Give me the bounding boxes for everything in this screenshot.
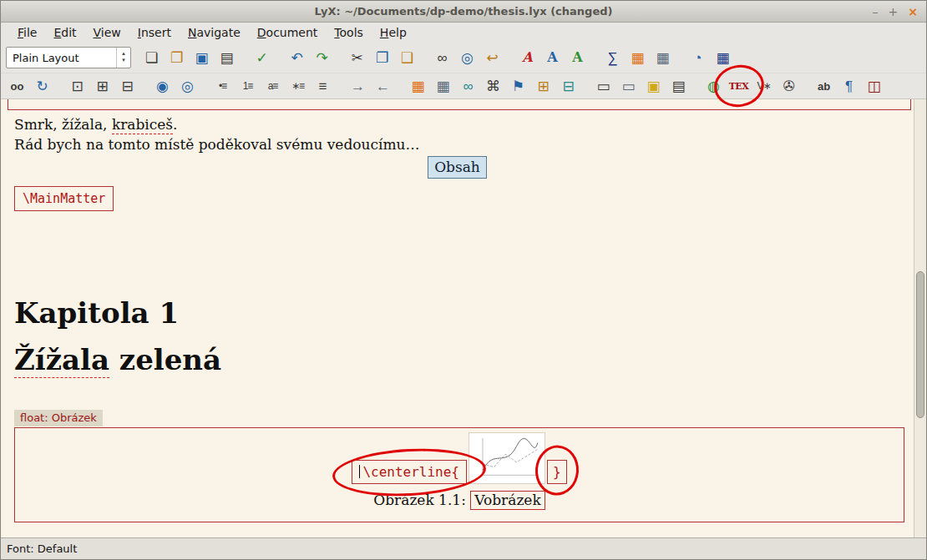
ert-inset-mainmatter[interactable]: \MainMatter xyxy=(14,186,114,211)
menu-help[interactable]: Help xyxy=(372,24,415,41)
close-button[interactable]: × xyxy=(908,6,918,18)
toc-inset-button[interactable]: Obsah xyxy=(428,156,487,179)
find-replace-button[interactable]: ∞ xyxy=(431,47,453,68)
spinner-down-icon[interactable]: ▾ xyxy=(122,58,125,64)
insert-tex-button[interactable]: TEX xyxy=(727,75,750,97)
spellcheck-icon: ✓ xyxy=(256,51,267,65)
update-pdf-button[interactable]: ⊞ xyxy=(91,75,114,97)
vertical-scrollbar[interactable] xyxy=(914,99,926,537)
ert-inset-centerline[interactable]: \centerline{ xyxy=(352,460,467,484)
math-mode-button[interactable]: ∑ xyxy=(601,47,624,68)
ert-text: } xyxy=(553,464,561,480)
document-area[interactable]: Smrk, žížala, krabiceš. Rád bych na tomt… xyxy=(1,99,926,537)
save-button[interactable]: ▣ xyxy=(190,47,213,68)
view-source-button[interactable]: ◉ xyxy=(151,75,174,97)
menu-document[interactable]: Document xyxy=(249,24,327,41)
list-button[interactable]: a≡ xyxy=(261,75,284,97)
minimize-button[interactable]: – xyxy=(873,6,879,18)
toolbar-separator xyxy=(803,78,810,93)
chapter-heading-title[interactable]: Žížala zelená xyxy=(14,343,914,376)
open-document-button[interactable]: ❐ xyxy=(165,47,188,68)
figure-row: \centerline{ } xyxy=(15,432,904,484)
chapter-heading-number[interactable]: Kapitola 1 xyxy=(14,296,914,330)
open-all-insets-button[interactable]: oo xyxy=(6,75,28,97)
figure-thumbnail[interactable] xyxy=(469,432,545,484)
insert-minipage-button[interactable]: ▭ xyxy=(617,75,640,97)
book-button[interactable]: ◫ xyxy=(863,75,885,97)
compass-button[interactable]: ◔ xyxy=(686,47,709,68)
copy-icon: ❐ xyxy=(376,51,388,65)
outline-button[interactable]: ▤ xyxy=(667,75,690,97)
insert-float-button[interactable]: ⊟ xyxy=(557,75,580,97)
insert-figure-button[interactable]: ▦ xyxy=(407,75,429,97)
copy-button[interactable]: ❐ xyxy=(371,47,393,68)
misspelled-word: Vobrázek xyxy=(474,492,540,510)
attach-button[interactable]: ✇ xyxy=(778,75,800,97)
figure-caption[interactable]: Obrázek 1.1: Vobrázek xyxy=(15,491,904,510)
layout-combo[interactable]: Plain Layout ▴ ▾ xyxy=(6,47,131,68)
paste-button[interactable]: ❑ xyxy=(396,47,418,68)
menu-insert[interactable]: Insert xyxy=(129,24,180,41)
enumerate-button[interactable]: 1≡ xyxy=(236,75,259,97)
view-dvi-button[interactable]: ⊟ xyxy=(116,75,139,97)
hyperlink-globe-button[interactable]: ◍ xyxy=(702,75,725,97)
insert-symbol-button[interactable]: V∗ xyxy=(752,75,775,97)
update-display-button[interactable]: ↻ xyxy=(31,75,53,97)
maximize-button[interactable]: + xyxy=(889,6,899,18)
status-bar: Font: Default xyxy=(1,537,926,559)
menu-edit[interactable]: Edit xyxy=(45,24,84,41)
menu-tools[interactable]: Tools xyxy=(326,24,372,41)
spreadsheet-button[interactable]: ▦ xyxy=(712,47,734,68)
menu-view[interactable]: View xyxy=(85,24,129,41)
insert-table-inset-icon: ▦ xyxy=(436,79,449,93)
insert-note-button[interactable]: ▣ xyxy=(642,75,665,97)
insert-box-button[interactable]: ⊞ xyxy=(532,75,555,97)
insert-cross-reference-button[interactable]: ⌘ xyxy=(482,75,504,97)
noun-button[interactable]: A xyxy=(541,47,564,68)
insert-table-button[interactable]: ▦ xyxy=(651,47,674,68)
emphasis-button[interactable]: A xyxy=(516,47,539,68)
clipped-inset-top[interactable] xyxy=(8,99,911,110)
insert-table-inset-button[interactable]: ▦ xyxy=(432,75,454,97)
insert-bookmark-button[interactable]: ⚑ xyxy=(507,75,529,97)
misspelled-word[interactable]: krabiceš xyxy=(112,116,173,134)
insert-figure-icon: ▦ xyxy=(411,79,424,93)
change-case-button[interactable]: ab xyxy=(813,75,835,97)
caption-word-inset[interactable]: Vobrázek xyxy=(470,491,545,510)
description-button[interactable]: ∗≡ xyxy=(286,75,309,97)
update-source-button[interactable]: ◎ xyxy=(176,75,199,97)
misspelled-word[interactable]: Žížala xyxy=(14,343,109,378)
insert-graphics-button[interactable]: ▦ xyxy=(626,47,649,68)
zoom-button[interactable]: ◎ xyxy=(456,47,479,68)
increase-depth-button[interactable]: → xyxy=(347,75,369,97)
cut-button[interactable]: ✂ xyxy=(346,47,368,68)
insert-hyperlink-button[interactable]: ∞ xyxy=(457,75,479,97)
menu-file[interactable]: File xyxy=(9,24,45,41)
combo-spinner[interactable]: ▴ ▾ xyxy=(116,48,130,68)
new-document-button[interactable]: ❏ xyxy=(140,47,163,68)
labeling-button[interactable]: ≡ xyxy=(312,75,334,97)
document-content[interactable]: Smrk, žížala, krabiceš. Rád bych na tomt… xyxy=(1,99,914,537)
print-button[interactable]: ▤ xyxy=(215,47,238,68)
redo-icon: ↷ xyxy=(316,51,327,65)
itemize-button[interactable]: •≡ xyxy=(211,75,234,97)
title-bar: LyX: ~/Documents/dp-demo/thesis.lyx (cha… xyxy=(1,1,926,23)
paragraph-acknowledgement-2[interactable]: Rád bych na tomto místě poděkoval svému … xyxy=(14,134,914,154)
figure-float-inset[interactable]: \centerline{ } Obrázek 1.1: Vobrázek xyxy=(14,427,904,522)
navigate-back-button[interactable]: ↩ xyxy=(481,47,504,68)
text-style-button[interactable]: A xyxy=(566,47,589,68)
ert-inset-close-brace[interactable]: } xyxy=(547,460,567,484)
menu-navigate[interactable]: Navigate xyxy=(180,24,249,41)
ert-text: \MainMatter xyxy=(23,191,105,206)
paragraph-settings-button[interactable]: ¶ xyxy=(838,75,860,97)
insert-frame-button[interactable]: ▭ xyxy=(592,75,615,97)
spellcheck-button[interactable]: ✓ xyxy=(251,47,273,68)
view-pdf-button[interactable]: ⊡ xyxy=(66,75,89,97)
scrollbar-thumb[interactable] xyxy=(916,271,924,418)
insert-graphics-icon: ▦ xyxy=(631,51,644,65)
paragraph-acknowledgement-1[interactable]: Smrk, žížala, krabiceš. xyxy=(14,114,914,134)
float-inset-label[interactable]: float: Obrázek xyxy=(14,410,103,426)
redo-button[interactable]: ↷ xyxy=(311,47,333,68)
undo-button[interactable]: ↶ xyxy=(286,47,308,68)
decrease-depth-button[interactable]: ← xyxy=(372,75,394,97)
